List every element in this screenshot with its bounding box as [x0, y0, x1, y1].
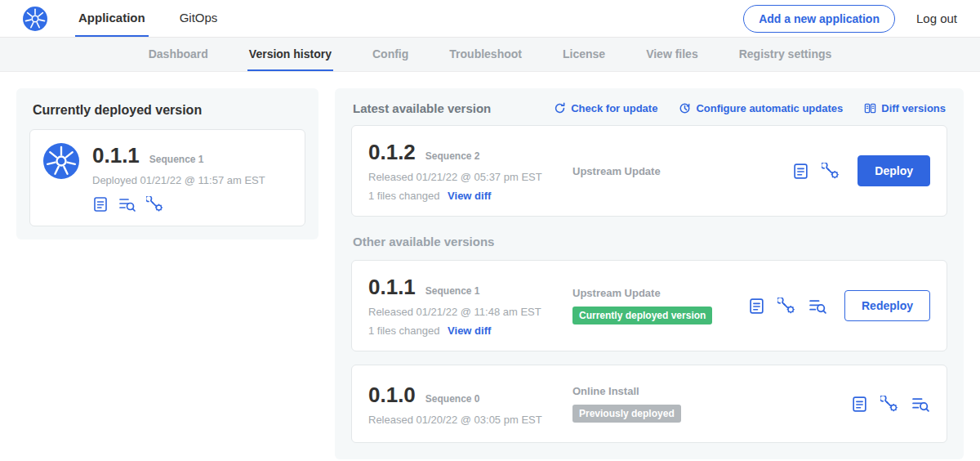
subnav-label-version-history: Version history — [249, 47, 332, 60]
tab-gitops[interactable]: GitOps — [176, 0, 221, 37]
deployed-version-info: 0.1.1 Sequence 1 Deployed 01/21/22 @ 11:… — [92, 143, 265, 213]
version-info: 0.1.1 Sequence 1 Released 01/21/22 @ 11:… — [368, 275, 572, 337]
latest-version-panel: Latest available version Check for updat… — [335, 88, 964, 459]
subnav-item-config[interactable]: Config — [371, 38, 410, 71]
version-source-column: Upstream Update — [572, 165, 792, 177]
app-subnav: Dashboard Version history Config Trouble… — [0, 38, 980, 72]
subnav-item-version-history[interactable]: Version history — [247, 38, 333, 71]
preflight-icon[interactable] — [808, 298, 827, 315]
subnav-label-license: License — [563, 47, 605, 60]
other-versions-title: Other available versions — [353, 235, 947, 248]
version-card-0-1-1: 0.1.1 Sequence 1 Released 01/21/22 @ 11:… — [351, 260, 947, 351]
version-card-0-1-0: 0.1.0 Sequence 0 Released 01/20/22 @ 03:… — [351, 365, 947, 443]
redeploy-button[interactable]: Redeploy — [844, 290, 930, 321]
deployed-panel-title: Currently deployed version — [33, 103, 305, 118]
release-notes-icon[interactable] — [748, 298, 765, 315]
files-changed-count: 1 files changed — [368, 324, 439, 337]
latest-panel-header: Latest available version Check for updat… — [351, 101, 947, 115]
deployed-version-panel: Currently deployed version — [16, 88, 318, 239]
released-timestamp: Released 01/20/22 @ 03:05 pm EST — [368, 414, 572, 426]
main-content: Currently deployed version — [0, 72, 980, 461]
deploy-button[interactable]: Deploy — [858, 155, 930, 186]
top-tabs: Application GitOps — [75, 0, 248, 37]
released-timestamp: Released 01/21/22 @ 11:48 am EST — [368, 306, 572, 318]
subnav-item-troubleshoot[interactable]: Troubleshoot — [448, 38, 523, 71]
subnav-item-dashboard[interactable]: Dashboard — [147, 38, 210, 71]
files-changed-line: 1 files changed View diff — [368, 324, 572, 337]
release-notes-icon[interactable] — [851, 396, 868, 413]
deployed-timestamp: Deployed 01/21/22 @ 11:57 am EST — [92, 174, 265, 186]
app-logo-icon — [43, 143, 79, 213]
subnav-label-registry-settings: Registry settings — [739, 47, 832, 60]
subnav-label-view-files: View files — [646, 47, 698, 60]
sequence-label: Sequence 0 — [425, 393, 480, 405]
subnav-item-license[interactable]: License — [561, 38, 607, 71]
view-diff-link[interactable]: View diff — [448, 190, 491, 202]
version-card-actions — [851, 396, 930, 413]
latest-panel-title: Latest available version — [353, 101, 491, 115]
logout-button[interactable]: Log out — [916, 11, 957, 25]
add-application-button[interactable]: Add a new application — [743, 5, 895, 33]
deployed-version-number: 0.1.1 — [92, 143, 140, 168]
version-source-column: Online Install Previously deployed — [572, 385, 851, 423]
version-number: 0.1.2 — [368, 140, 416, 165]
view-diff-link[interactable]: View diff — [448, 324, 491, 337]
previously-deployed-badge: Previously deployed — [572, 405, 681, 423]
currently-deployed-badge: Currently deployed version — [572, 307, 712, 324]
files-changed-count: 1 files changed — [368, 190, 439, 202]
version-info: 0.1.2 Sequence 2 Released 01/21/22 @ 05:… — [368, 140, 572, 202]
files-changed-line: 1 files changed View diff — [368, 190, 572, 202]
version-number: 0.1.0 — [368, 383, 416, 408]
subnav-item-registry-settings[interactable]: Registry settings — [737, 38, 834, 71]
version-card-latest: 0.1.2 Sequence 2 Released 01/21/22 @ 05:… — [351, 125, 947, 217]
release-notes-icon[interactable] — [792, 163, 809, 180]
version-source: Upstream Update — [572, 287, 738, 299]
deployed-version-card: 0.1.1 Sequence 1 Deployed 01/21/22 @ 11:… — [29, 129, 305, 226]
clock-icon — [679, 102, 691, 114]
top-bar-right: Add a new application Log out — [743, 0, 957, 37]
version-card-actions: Redeploy — [748, 290, 930, 321]
config-icon[interactable] — [146, 196, 164, 213]
diff-icon — [864, 102, 876, 114]
preflight-icon[interactable] — [911, 396, 930, 413]
deployed-sequence-label: Sequence 1 — [149, 154, 204, 165]
diff-versions-link[interactable]: Diff versions — [864, 102, 946, 114]
version-card-actions: Deploy — [792, 155, 930, 186]
version-source: Upstream Update — [572, 165, 782, 177]
tab-gitops-label: GitOps — [180, 11, 218, 25]
kubernetes-logo-icon — [23, 0, 47, 37]
diff-versions-label: Diff versions — [881, 102, 946, 114]
subnav-label-dashboard: Dashboard — [149, 47, 208, 60]
version-source-column: Upstream Update Currently deployed versi… — [572, 287, 748, 324]
version-info: 0.1.0 Sequence 0 Released 01/20/22 @ 03:… — [368, 383, 572, 426]
version-source: Online Install — [572, 385, 841, 397]
released-timestamp: Released 01/21/22 @ 05:37 pm EST — [368, 171, 572, 183]
config-icon[interactable] — [777, 298, 796, 315]
configure-automatic-updates-label: Configure automatic updates — [696, 102, 843, 114]
subnav-label-config: Config — [372, 47, 408, 60]
sequence-label: Sequence 1 — [425, 285, 480, 297]
refresh-icon — [554, 102, 566, 114]
version-number: 0.1.1 — [368, 275, 416, 300]
deployed-icon-row — [92, 196, 265, 213]
config-icon[interactable] — [880, 396, 899, 413]
latest-panel-actions: Check for update Configure automatic upd… — [554, 102, 946, 114]
subnav-label-troubleshoot: Troubleshoot — [449, 47, 522, 60]
config-icon[interactable] — [822, 163, 840, 180]
preflight-icon[interactable] — [118, 196, 136, 213]
configure-automatic-updates-link[interactable]: Configure automatic updates — [679, 102, 843, 114]
subnav-item-view-files[interactable]: View files — [644, 38, 700, 71]
tab-application[interactable]: Application — [75, 0, 149, 37]
check-for-update-label: Check for update — [571, 102, 657, 114]
check-for-update-link[interactable]: Check for update — [554, 102, 657, 114]
release-notes-icon[interactable] — [92, 196, 109, 213]
sequence-label: Sequence 2 — [425, 150, 480, 162]
tab-application-label: Application — [78, 11, 145, 25]
top-bar: Application GitOps Add a new application… — [0, 0, 980, 38]
